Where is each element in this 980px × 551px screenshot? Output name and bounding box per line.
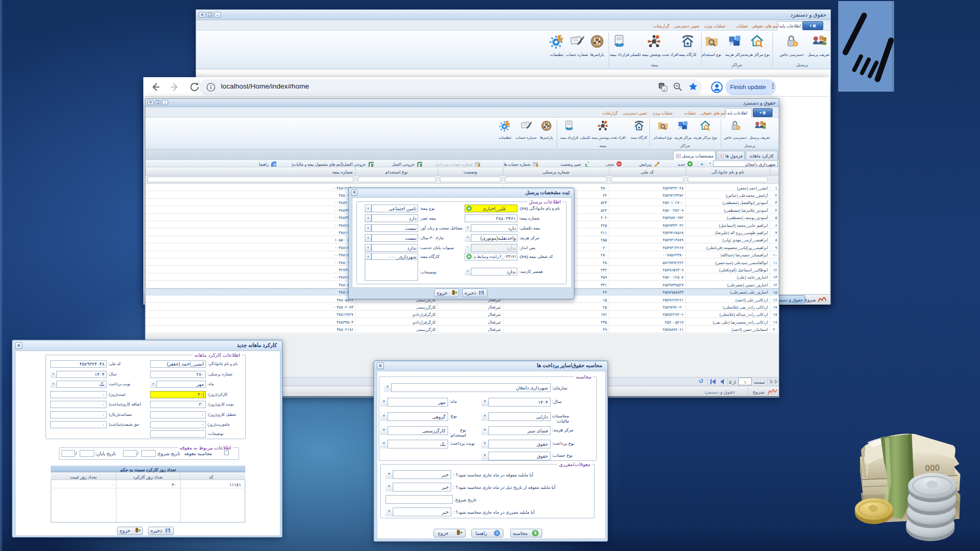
svg-text:ج: ج [663,87,666,91]
svg-text:000: 000 [925,463,940,473]
